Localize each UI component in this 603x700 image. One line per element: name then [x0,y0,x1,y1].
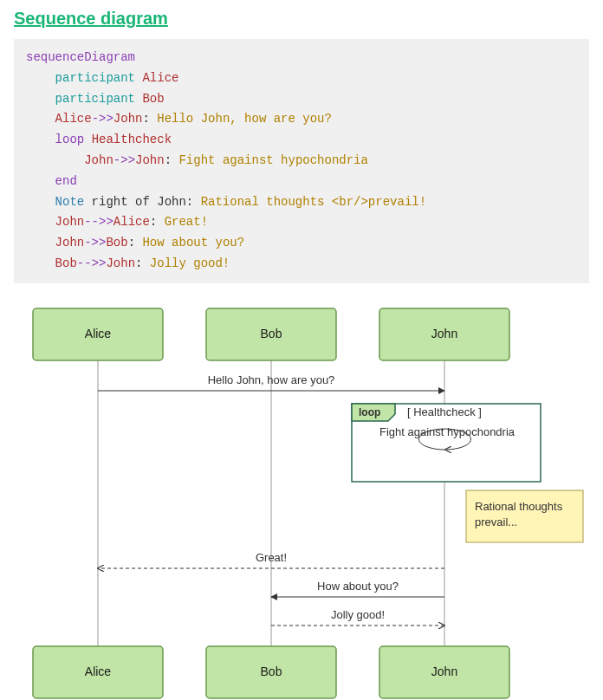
actor-label: Bob [261,664,282,677]
note-text: Rational thoughts [475,500,563,513]
section-heading-link[interactable]: Sequence diagram [14,9,168,29]
loop-message-label: Fight against hypochondria [379,425,515,438]
loop-title: [ Healthcheck ] [407,405,482,418]
message-label: How about you? [317,580,399,593]
sequence-diagram: Alice Bob John Hello John, how are you? … [16,304,587,700]
code-identifier: Alice [142,71,178,85]
loop-tag-label: loop [359,406,380,418]
message-label: Hello John, how are you? [208,373,335,386]
code-keyword: sequenceDiagram [26,50,135,64]
actor-label: Alice [85,664,112,677]
actor-label: Bob [261,326,282,340]
actor-label: John [431,326,457,340]
actor-label: John [431,664,457,677]
code-block: sequenceDiagram participant Alice partic… [14,39,589,283]
note-text: prevail... [475,515,517,528]
message-label: Great! [256,551,287,564]
code-keyword: participant [55,92,143,106]
actor-label: Alice [85,326,112,340]
message-label: Jolly good! [331,608,385,621]
code-keyword: participant [55,71,143,85]
code-identifier: Bob [142,92,164,106]
